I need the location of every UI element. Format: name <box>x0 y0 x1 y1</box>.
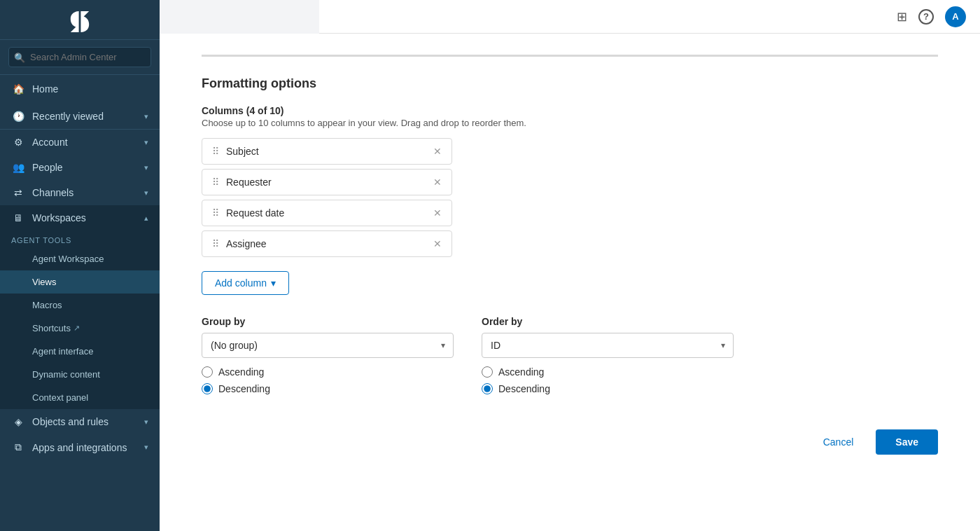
sidebar-item-context-panel[interactable]: Context panel <box>0 386 160 409</box>
clock-icon: 🕐 <box>11 111 25 122</box>
remove-requester-button[interactable]: ✕ <box>433 177 442 187</box>
sidebar-search: 🔍 <box>0 40 160 75</box>
sidebar-item-agent-interface[interactable]: Agent interface <box>0 340 160 363</box>
objects-icon: ◈ <box>11 416 25 427</box>
zendesk-logo-icon <box>64 10 96 32</box>
order-by-select[interactable]: ID Status Priority Created Updated Reque… <box>482 333 734 358</box>
group-descending-option[interactable]: Descending <box>202 383 454 394</box>
column-name-subject: Subject <box>226 146 433 157</box>
content-area: ⊞ ? A Formatting options Columns (4 of 1… <box>160 0 980 531</box>
order-by-label: Order by <box>482 316 734 327</box>
order-descending-label: Descending <box>498 383 550 394</box>
add-column-label: Add column <box>215 277 267 289</box>
footer-actions: Cancel Save <box>202 429 938 455</box>
top-divider <box>202 55 938 57</box>
order-by-select-wrap: ID Status Priority Created Updated Reque… <box>482 333 734 358</box>
order-ascending-label: Ascending <box>498 366 544 378</box>
sidebar-item-account[interactable]: ⚙ Account ▾ <box>0 130 160 155</box>
column-list: ⠿ Subject ✕ ⠿ Requester ✕ ⠿ Request date… <box>202 138 938 257</box>
columns-subtitle: Choose up to 10 columns to appear in you… <box>202 118 938 128</box>
column-item-subject[interactable]: ⠿ Subject ✕ <box>202 138 452 165</box>
search-input[interactable] <box>8 47 151 67</box>
sidebar-item-recently-viewed[interactable]: 🕐 Recently viewed ▾ <box>0 104 160 130</box>
columns-title: Columns (4 of 10) <box>202 105 938 116</box>
workspaces-label: Workspaces <box>32 212 137 223</box>
channels-label: Channels <box>32 187 137 198</box>
chevron-down-icon: ▾ <box>271 277 276 289</box>
agent-workspace-label: Agent Workspace <box>32 254 104 264</box>
avatar[interactable]: A <box>945 6 966 27</box>
main-content: Formatting options Columns (4 of 10) Cho… <box>160 34 980 531</box>
drag-handle-icon: ⠿ <box>212 207 219 219</box>
sidebar-item-dynamic-content[interactable]: Dynamic content <box>0 363 160 386</box>
group-by-section: Group by (No group) Status Assignee Grou… <box>202 316 454 394</box>
group-descending-radio[interactable] <box>202 383 213 394</box>
sidebar-item-workspaces[interactable]: 🖥 Workspaces ▴ <box>0 205 160 230</box>
shortcuts-label: Shortcuts <box>32 323 71 333</box>
group-by-select-wrap: (No group) Status Assignee Group Priorit… <box>202 333 454 358</box>
group-ascending-label: Ascending <box>218 366 264 378</box>
drag-handle-icon: ⠿ <box>212 238 219 249</box>
sidebar-item-shortcuts[interactable]: Shortcuts ↗ <box>0 317 160 340</box>
column-item-requester[interactable]: ⠿ Requester ✕ <box>202 169 452 195</box>
sidebar-item-apps-integrations[interactable]: ⧉ Apps and integrations ▾ <box>0 434 160 460</box>
column-item-request-date[interactable]: ⠿ Request date ✕ <box>202 200 452 226</box>
chevron-down-icon: ▾ <box>144 163 148 172</box>
sidebar-item-agent-workspace[interactable]: Agent Workspace <box>0 247 160 270</box>
save-button[interactable]: Save <box>876 429 938 455</box>
cancel-button[interactable]: Cancel <box>809 429 868 455</box>
sidebar-item-people[interactable]: 👥 People ▾ <box>0 155 160 180</box>
agent-interface-label: Agent interface <box>32 346 93 357</box>
sidebar: 🔍 🏠 Home 🕐 Recently viewed ▾ ⚙ Account ▾… <box>0 0 160 531</box>
group-ascending-radio[interactable] <box>202 366 213 378</box>
column-name-requester: Requester <box>226 177 433 188</box>
account-label: Account <box>32 137 137 148</box>
channels-icon: ⇄ <box>11 187 25 198</box>
views-label: Views <box>32 277 56 287</box>
sidebar-logo <box>0 0 160 40</box>
order-by-section: Order by ID Status Priority Created Upda… <box>482 316 734 394</box>
agent-tools-section: Agent tools <box>0 230 160 247</box>
recently-viewed-label: Recently viewed <box>32 111 137 122</box>
sidebar-item-home[interactable]: 🏠 Home <box>0 75 160 104</box>
sidebar-item-macros[interactable]: Macros <box>0 294 160 317</box>
group-by-label: Group by <box>202 316 454 327</box>
add-column-button[interactable]: Add column ▾ <box>202 271 289 295</box>
group-ascending-option[interactable]: Ascending <box>202 366 454 378</box>
group-descending-label: Descending <box>218 383 270 394</box>
people-icon: 👥 <box>11 162 25 173</box>
order-descending-option[interactable]: Descending <box>482 383 734 394</box>
chevron-up-icon: ▴ <box>144 214 148 223</box>
grid-icon[interactable]: ⊞ <box>897 9 907 25</box>
column-item-assignee[interactable]: ⠿ Assignee ✕ <box>202 230 452 257</box>
page-title: Formatting options <box>202 76 938 91</box>
order-ascending-radio[interactable] <box>482 366 493 378</box>
order-ascending-option[interactable]: Ascending <box>482 366 734 378</box>
sidebar-item-objects-rules[interactable]: ◈ Objects and rules ▾ <box>0 409 160 434</box>
shortcuts-external-icon: ↗ <box>74 324 80 333</box>
column-name-request-date: Request date <box>226 207 433 219</box>
group-by-select[interactable]: (No group) Status Assignee Group Priorit… <box>202 333 454 358</box>
chevron-down-icon: ▾ <box>144 138 148 147</box>
remove-subject-button[interactable]: ✕ <box>433 146 442 156</box>
help-icon[interactable]: ? <box>918 9 934 25</box>
sidebar-item-views[interactable]: Views <box>0 270 160 294</box>
chevron-down-icon: ▾ <box>144 112 148 121</box>
workspaces-sub-menu: Agent tools Agent Workspace Views Macros… <box>0 230 160 409</box>
group-by-radio-group: Ascending Descending <box>202 366 454 394</box>
sidebar-item-channels[interactable]: ⇄ Channels ▾ <box>0 180 160 205</box>
account-icon: ⚙ <box>11 137 25 148</box>
context-panel-label: Context panel <box>32 392 88 403</box>
remove-request-date-button[interactable]: ✕ <box>433 208 442 218</box>
order-by-radio-group: Ascending Descending <box>482 366 734 394</box>
chevron-down-icon: ▾ <box>144 418 148 427</box>
home-icon: 🏠 <box>11 83 25 95</box>
remove-assignee-button[interactable]: ✕ <box>433 239 442 249</box>
topbar: ⊞ ? A <box>319 0 980 34</box>
order-descending-radio[interactable] <box>482 383 493 394</box>
workspaces-icon: 🖥 <box>11 212 25 223</box>
objects-rules-label: Objects and rules <box>32 416 137 427</box>
group-order-row: Group by (No group) Status Assignee Grou… <box>202 316 938 394</box>
column-name-assignee: Assignee <box>226 238 433 249</box>
sidebar-home-label: Home <box>32 83 148 95</box>
